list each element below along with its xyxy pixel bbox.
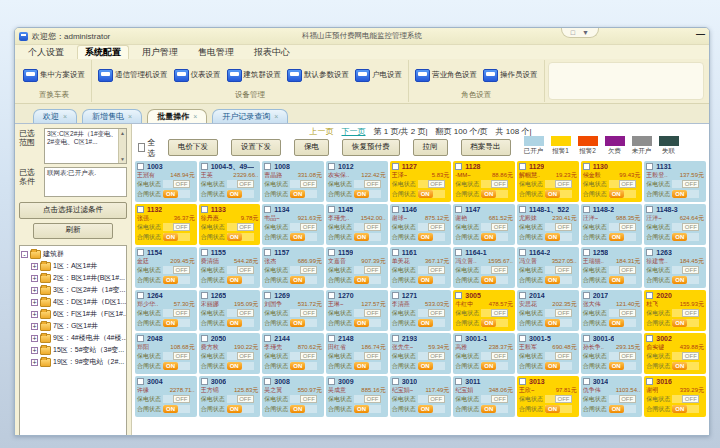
switch-toggle[interactable]: ON [418,190,445,198]
switch-toggle[interactable]: ON [354,319,381,327]
select-all[interactable]: 全选 [138,137,158,159]
protect-toggle[interactable]: OFF [609,266,636,274]
protect-toggle[interactable]: OFF [354,352,381,360]
card-checkbox[interactable] [328,378,335,385]
meter-card[interactable]: 1131王毅登..137.59元保电状态OFF合闸状态ON [644,161,706,202]
card-checkbox[interactable] [519,249,526,256]
switch-toggle[interactable]: ON [672,362,699,370]
meter-card[interactable]: 3005牛红中478.57元保电状态OFF合闸状态ON [453,290,515,331]
card-checkbox[interactable] [328,335,335,342]
switch-toggle[interactable]: ON [163,405,190,413]
card-checkbox[interactable] [328,292,335,299]
protect-toggle[interactable]: OFF [609,223,636,231]
meter-card[interactable]: 1148-2汪洋~988.35元保电状态OFF合闸状态ON [581,204,643,245]
meter-card[interactable]: 3001-5王毅军690.48元保电状态OFF合闸状态ON [517,333,579,374]
ribbon-button[interactable]: 操作员设置 [480,69,541,82]
prev-page-link[interactable]: 上一页 [310,126,334,137]
card-checkbox[interactable] [264,378,271,385]
ribbon-button[interactable]: 户电设置 [352,69,405,82]
tree-item-3[interactable]: +4区：D区1#井（D区1... [21,296,125,308]
card-checkbox[interactable] [392,292,399,299]
card-checkbox[interactable] [392,206,399,213]
menu-item-0[interactable]: 个人设置 [21,46,71,59]
switch-toggle[interactable]: ON [481,276,508,284]
toolbar-button-2[interactable]: 保电 [294,139,329,156]
switch-toggle[interactable]: ON [545,190,572,198]
switch-toggle[interactable]: ON [290,233,317,241]
protect-toggle[interactable]: OFF [163,309,190,317]
meter-card[interactable]: 1157张杰686.99元保电状态OFF合闸状态ON [262,247,324,288]
protect-toggle[interactable]: OFF [354,266,381,274]
card-checkbox[interactable] [328,249,335,256]
switch-toggle[interactable]: ON [354,362,381,370]
meter-card[interactable]: 1132张强..36.37元保电状态OFF合闸状态ON [135,204,197,245]
card-checkbox[interactable] [455,163,462,170]
close-icon[interactable]: × [63,111,67,122]
protect-toggle[interactable]: OFF [163,352,190,360]
meter-card[interactable]: 1128-MM~88.86元保电状态OFF合闸状态ON [453,161,515,202]
switch-toggle[interactable]: ON [354,276,381,284]
meter-card[interactable]: 1146谢球~875.12元保电状态OFF合闸状态ON [390,204,452,245]
ribbon-button[interactable]: 通信管理机设置 [95,69,171,82]
card-checkbox[interactable] [519,163,526,170]
meter-card[interactable]: 2148田红省186.74元保电状态OFF合闸状态ON [326,333,388,374]
meter-card[interactable]: 1012农实保..122.42元保电状态OFF合闸状态ON [326,161,388,202]
card-checkbox[interactable] [392,378,399,385]
toolbar-button-4[interactable]: 拉闸 [413,139,448,156]
meter-card[interactable]: 3002俞实键439.88元保电状态OFF合闸状态ON [644,333,706,374]
meter-card[interactable]: 2017张大伟121.40元保电状态OFF合闸状态ON [581,290,643,331]
protect-toggle[interactable]: OFF [227,180,254,188]
card-checkbox[interactable] [264,163,271,170]
card-checkbox[interactable] [392,249,399,256]
card-checkbox[interactable] [455,249,462,256]
meter-card[interactable]: 1155费清德544.28元保电状态OFF合闸状态ON [199,247,261,288]
card-checkbox[interactable] [137,206,144,213]
card-checkbox[interactable] [646,163,653,170]
switch-toggle[interactable]: ON [545,362,572,370]
meter-card[interactable]: 1159文嘉音907.39元保电状态OFF合闸状态ON [326,247,388,288]
switch-toggle[interactable]: ON [290,190,317,198]
switch-toggle[interactable]: ON [418,319,445,327]
meter-card[interactable]: 1130候金毅99.43元保电状态OFF合闸状态ON [581,161,643,202]
tree-item-1[interactable]: +2区：B区1#井(B区1#... [21,272,125,284]
meter-card[interactable]: 3016谢明339.29元保电状态OFF合闸状态ON [644,376,706,417]
expand-icon[interactable]: + [31,335,38,342]
meter-card[interactable]: 3014仇争伟1103.54..保电状态OFF合闸状态ON [581,376,643,417]
card-checkbox[interactable] [583,335,590,342]
meter-card[interactable]: 1164-1冯立普..1595.67..保电状态OFF合闸状态ON [453,247,515,288]
close-icon[interactable]: × [274,111,278,122]
switch-toggle[interactable]: ON [672,319,699,327]
card-checkbox[interactable] [264,249,271,256]
tree-item-4[interactable]: +6区：F区1#井（F区1#... [21,308,125,320]
switch-toggle[interactable]: ON [290,362,317,370]
protect-toggle[interactable]: OFF [672,309,699,317]
switch-toggle[interactable]: ON [609,362,636,370]
ribbon-button[interactable]: 集中方案设置 [20,69,88,82]
switch-toggle[interactable]: ON [418,405,445,413]
switch-toggle[interactable]: ON [481,405,508,413]
protect-toggle[interactable]: OFF [418,352,445,360]
expand-icon[interactable]: + [31,299,38,306]
switch-toggle[interactable]: ON [227,405,254,413]
meter-card[interactable]: 1269刘国争531.72元保电状态OFF合闸状态ON [262,290,324,331]
switch-toggle[interactable]: ON [609,233,636,241]
protect-toggle[interactable]: OFF [609,395,636,403]
meter-card[interactable]: 1265宋丽娜195.09元保电状态OFF合闸状态ON [199,290,261,331]
meter-card[interactable]: 2144李瑾先870.62元保电状态OFF合闸状态ON [262,333,324,374]
tree-root[interactable]: -建筑群 [21,248,125,260]
protect-toggle[interactable]: OFF [163,180,190,188]
card-checkbox[interactable] [328,163,335,170]
meter-card[interactable]: 2020桂飞155.93元保电状态OFF合闸状态ON [644,290,706,331]
protect-toggle[interactable]: OFF [545,309,572,317]
protect-toggle[interactable]: OFF [545,223,572,231]
meter-card[interactable]: 3004许缘2278.71..保电状态OFF合闸状态ON [135,376,197,417]
tab-2[interactable]: 批量操作× [147,109,207,123]
switch-toggle[interactable]: ON [481,362,508,370]
card-checkbox[interactable] [646,378,653,385]
switch-toggle[interactable]: ON [163,190,190,198]
toolbar-button-5[interactable]: 档案导出 [461,139,511,156]
switch-toggle[interactable]: ON [227,233,254,241]
tab-1[interactable]: 新增售电× [82,109,142,123]
switch-toggle[interactable]: ON [672,405,699,413]
card-checkbox[interactable] [583,163,590,170]
